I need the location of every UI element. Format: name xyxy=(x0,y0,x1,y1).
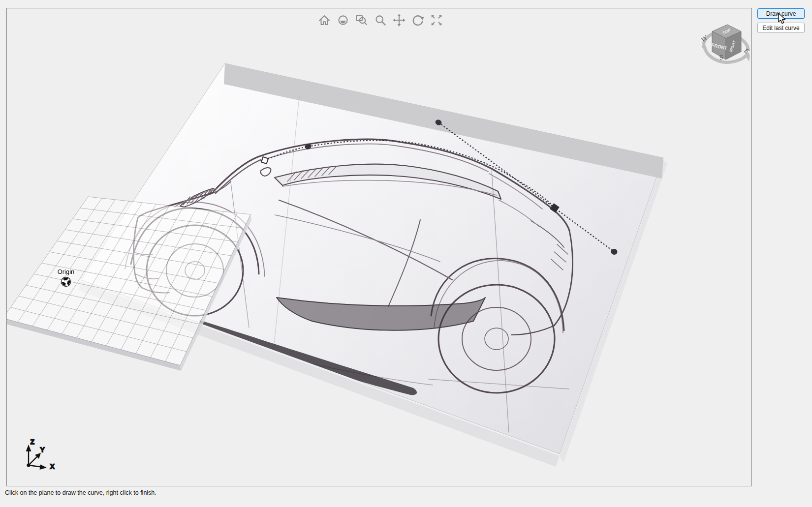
scene: Origin Z Y X xyxy=(7,8,752,486)
zoom-window-icon[interactable] xyxy=(354,12,370,28)
look-at-icon[interactable] xyxy=(335,12,351,28)
origin-label: Origin xyxy=(58,268,75,275)
draw-curve-button[interactable]: Draw curve xyxy=(757,8,805,19)
home-icon[interactable] xyxy=(316,12,332,28)
view-cube[interactable]: TOP FRONT RIGHT W S E xyxy=(699,25,750,62)
construction-grid-plane[interactable] xyxy=(7,197,251,371)
view-toolbar xyxy=(316,12,444,28)
zoom-icon[interactable] xyxy=(373,12,388,28)
axis-x-label: X xyxy=(50,463,55,470)
fit-view-icon[interactable] xyxy=(429,12,444,28)
edit-last-curve-button[interactable]: Edit last curve xyxy=(757,23,805,33)
application-window: Origin Z Y X xyxy=(0,0,812,507)
axis-z-label: Z xyxy=(31,439,34,446)
viewport-canvas[interactable]: Origin Z Y X xyxy=(6,8,752,486)
axis-y-label: Y xyxy=(40,447,45,453)
status-hint: Click on the plane to draw the curve, ri… xyxy=(5,489,156,496)
axis-triad: Z Y X xyxy=(26,439,55,470)
tangent-handle-end-bottom[interactable] xyxy=(611,249,618,255)
pan-icon[interactable] xyxy=(391,12,407,28)
curve-start-point[interactable] xyxy=(261,157,268,164)
orbit-icon[interactable] xyxy=(410,12,426,28)
